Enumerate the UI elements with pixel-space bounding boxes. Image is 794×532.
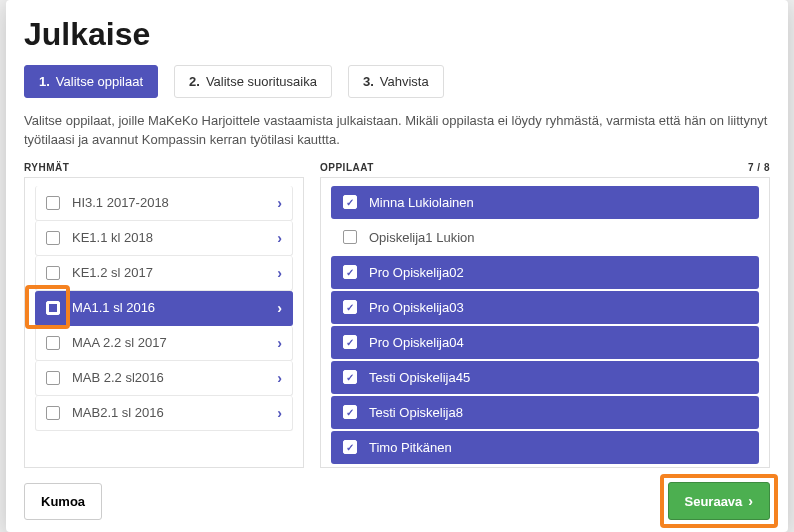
checkbox-icon[interactable] bbox=[46, 231, 60, 245]
group-label: KE1.2 sl 2017 bbox=[72, 265, 277, 280]
group-label: MAA 2.2 sl 2017 bbox=[72, 335, 277, 350]
student-row[interactable]: Pro Opiskelija04 bbox=[331, 326, 759, 359]
checkbox-icon[interactable] bbox=[46, 371, 60, 385]
student-row[interactable]: Timo Pitkänen bbox=[331, 431, 759, 464]
students-list[interactable]: Minna LukiolainenOpiskelija1 LukionPro O… bbox=[321, 178, 769, 467]
checkbox-icon[interactable] bbox=[343, 265, 357, 279]
checkbox-icon[interactable] bbox=[46, 196, 60, 210]
group-row[interactable]: KE1.1 kl 2018› bbox=[35, 221, 293, 256]
chevron-right-icon: › bbox=[277, 195, 282, 211]
checkbox-icon[interactable] bbox=[343, 440, 357, 454]
student-row[interactable]: Pro Opiskelija03 bbox=[331, 291, 759, 324]
group-label: MAB2.1 sl 2016 bbox=[72, 405, 277, 420]
checkbox-icon[interactable] bbox=[343, 195, 357, 209]
step-1[interactable]: 1.Valitse oppilaat bbox=[24, 65, 158, 98]
modal-title: Julkaise bbox=[24, 16, 770, 53]
student-row[interactable]: Testi Opiskelija8 bbox=[331, 396, 759, 429]
step-3[interactable]: 3.Vahvista bbox=[348, 65, 444, 98]
chevron-right-icon: › bbox=[748, 493, 753, 509]
publish-modal: Julkaise 1.Valitse oppilaat2.Valitse suo… bbox=[6, 0, 788, 532]
chevron-right-icon: › bbox=[277, 405, 282, 421]
group-row[interactable]: MAB 2.2 sl2016› bbox=[35, 361, 293, 396]
chevron-right-icon: › bbox=[277, 265, 282, 281]
next-button[interactable]: Seuraava › bbox=[668, 482, 771, 520]
student-label: Minna Lukiolainen bbox=[369, 195, 474, 210]
checkbox-icon[interactable] bbox=[343, 230, 357, 244]
group-label: KE1.1 kl 2018 bbox=[72, 230, 277, 245]
group-row[interactable]: MA1.1 sl 2016› bbox=[35, 291, 293, 326]
student-row[interactable]: Testi Opiskelija45 bbox=[331, 361, 759, 394]
students-count: 7 / 8 bbox=[748, 162, 770, 173]
instructions-text: Valitse oppilaat, joille MaKeKo Harjoitt… bbox=[24, 112, 770, 150]
student-row[interactable]: Opiskelija1 Lukion bbox=[331, 221, 759, 254]
student-row[interactable]: Pro Opiskelija02 bbox=[331, 256, 759, 289]
groups-list[interactable]: HI3.1 2017-2018›KE1.1 kl 2018›KE1.2 sl 2… bbox=[25, 178, 303, 467]
step-2[interactable]: 2.Valitse suoritusaika bbox=[174, 65, 332, 98]
checkbox-icon[interactable] bbox=[343, 300, 357, 314]
chevron-right-icon: › bbox=[277, 230, 282, 246]
checkbox-icon[interactable] bbox=[46, 301, 60, 315]
student-label: Testi Opiskelija45 bbox=[369, 370, 470, 385]
checkbox-icon[interactable] bbox=[343, 405, 357, 419]
student-row[interactable]: Minna Lukiolainen bbox=[331, 186, 759, 219]
checkbox-icon[interactable] bbox=[46, 266, 60, 280]
checkbox-icon[interactable] bbox=[46, 406, 60, 420]
group-label: MA1.1 sl 2016 bbox=[72, 300, 277, 315]
group-label: MAB 2.2 sl2016 bbox=[72, 370, 277, 385]
student-label: Opiskelija1 Lukion bbox=[369, 230, 475, 245]
checkbox-icon[interactable] bbox=[46, 336, 60, 350]
student-label: Pro Opiskelija04 bbox=[369, 335, 464, 350]
group-row[interactable]: MAB2.1 sl 2016› bbox=[35, 396, 293, 431]
student-label: Testi Opiskelija8 bbox=[369, 405, 463, 420]
cancel-button[interactable]: Kumoa bbox=[24, 483, 102, 520]
student-label: Pro Opiskelija02 bbox=[369, 265, 464, 280]
students-header: OPPILAAT bbox=[320, 162, 374, 173]
checkbox-icon[interactable] bbox=[343, 335, 357, 349]
chevron-right-icon: › bbox=[277, 300, 282, 316]
wizard-steps: 1.Valitse oppilaat2.Valitse suoritusaika… bbox=[24, 65, 770, 98]
student-label: Timo Pitkänen bbox=[369, 440, 452, 455]
group-label: HI3.1 2017-2018 bbox=[72, 195, 277, 210]
checkbox-icon[interactable] bbox=[343, 370, 357, 384]
chevron-right-icon: › bbox=[277, 370, 282, 386]
chevron-right-icon: › bbox=[277, 335, 282, 351]
group-row[interactable]: MAA 2.2 sl 2017› bbox=[35, 326, 293, 361]
group-row[interactable]: KE1.2 sl 2017› bbox=[35, 256, 293, 291]
group-row[interactable]: HI3.1 2017-2018› bbox=[35, 186, 293, 221]
groups-header: RYHMÄT bbox=[24, 162, 69, 173]
student-label: Pro Opiskelija03 bbox=[369, 300, 464, 315]
